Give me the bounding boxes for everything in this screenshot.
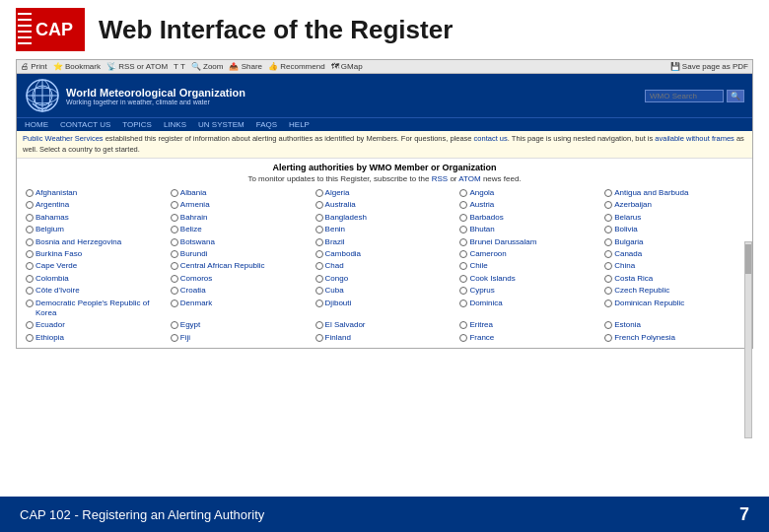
radio-dot[interactable] bbox=[604, 275, 612, 283]
country-link[interactable]: Cuba bbox=[325, 286, 344, 296]
country-link[interactable]: Afghanistan bbox=[35, 188, 77, 198]
gmap-btn[interactable]: 🗺 GMap bbox=[331, 62, 363, 71]
country-link[interactable]: Djibouti bbox=[325, 299, 352, 308]
radio-dot[interactable] bbox=[315, 238, 323, 246]
radio-dot[interactable] bbox=[604, 334, 612, 342]
country-link[interactable]: Dominican Republic bbox=[614, 299, 684, 308]
radio-dot[interactable] bbox=[459, 238, 467, 246]
country-link[interactable]: Azerbaijan bbox=[614, 200, 652, 210]
country-link[interactable]: Bulgaria bbox=[614, 237, 643, 247]
wmo-search-button[interactable]: 🔍 bbox=[727, 90, 744, 102]
country-link[interactable]: Cyprus bbox=[469, 286, 494, 296]
radio-dot[interactable] bbox=[459, 299, 467, 307]
country-link[interactable]: Costa Rica bbox=[614, 274, 653, 284]
radio-dot[interactable] bbox=[171, 189, 178, 197]
scrollbar[interactable] bbox=[744, 241, 752, 438]
nav-contact[interactable]: CONTACT US bbox=[60, 120, 110, 129]
radio-dot[interactable] bbox=[26, 275, 34, 283]
country-link[interactable]: Burkina Faso bbox=[35, 249, 82, 259]
radio-dot[interactable] bbox=[459, 226, 467, 233]
country-link[interactable]: Chile bbox=[469, 261, 487, 271]
country-link[interactable]: Cameroon bbox=[469, 249, 506, 259]
country-link[interactable]: Algeria bbox=[325, 188, 350, 198]
nav-unsystem[interactable]: UN SYSTEM bbox=[198, 120, 245, 129]
zoom-btn[interactable]: 🔍 Zoom bbox=[191, 62, 224, 71]
country-link[interactable]: Egypt bbox=[180, 320, 200, 330]
nav-help[interactable]: HELP bbox=[289, 120, 310, 129]
country-link[interactable]: Bahrain bbox=[180, 213, 208, 223]
radio-dot[interactable] bbox=[26, 321, 34, 329]
radio-dot[interactable] bbox=[459, 189, 467, 197]
text-size-btn[interactable]: T T bbox=[174, 62, 185, 71]
radio-dot[interactable] bbox=[171, 287, 178, 295]
radio-dot[interactable] bbox=[604, 262, 612, 270]
country-link[interactable]: Antigua and Barbuda bbox=[614, 188, 688, 198]
country-link[interactable]: Croatia bbox=[180, 286, 206, 296]
country-link[interactable]: Belize bbox=[180, 225, 202, 234]
country-link[interactable]: Ethiopia bbox=[35, 333, 64, 343]
country-link[interactable]: Congo bbox=[325, 274, 349, 284]
radio-dot[interactable] bbox=[315, 250, 323, 258]
country-link[interactable]: Angola bbox=[469, 188, 494, 198]
radio-dot[interactable] bbox=[604, 189, 612, 197]
country-link[interactable]: Cook Islands bbox=[469, 274, 515, 284]
radio-dot[interactable] bbox=[26, 226, 34, 233]
print-btn[interactable]: 🖨 Print bbox=[21, 62, 47, 71]
recommend-btn[interactable]: 👍 Recommend bbox=[268, 62, 325, 71]
wmo-search-input[interactable] bbox=[645, 90, 724, 102]
country-link[interactable]: Côte d'Ivoire bbox=[35, 286, 80, 296]
rss-link[interactable]: RSS bbox=[432, 174, 448, 183]
country-link[interactable]: Belarus bbox=[614, 213, 641, 223]
radio-dot[interactable] bbox=[171, 262, 178, 270]
radio-dot[interactable] bbox=[315, 275, 323, 283]
country-link[interactable]: Central African Republic bbox=[180, 261, 265, 271]
radio-dot[interactable] bbox=[459, 287, 467, 295]
radio-dot[interactable] bbox=[26, 299, 34, 307]
radio-dot[interactable] bbox=[604, 250, 612, 258]
radio-dot[interactable] bbox=[459, 334, 467, 342]
country-link[interactable]: Benin bbox=[325, 225, 345, 234]
nav-faqs[interactable]: FAQs bbox=[256, 120, 277, 129]
country-link[interactable]: Australia bbox=[325, 200, 356, 210]
country-link[interactable]: Burundi bbox=[180, 249, 208, 259]
country-link[interactable]: Cambodia bbox=[325, 249, 361, 259]
country-link[interactable]: Cape Verde bbox=[35, 261, 77, 271]
radio-dot[interactable] bbox=[604, 287, 612, 295]
radio-dot[interactable] bbox=[604, 201, 612, 209]
country-link[interactable]: Bahamas bbox=[35, 213, 69, 223]
radio-dot[interactable] bbox=[604, 238, 612, 246]
radio-dot[interactable] bbox=[315, 287, 323, 295]
radio-dot[interactable] bbox=[26, 334, 34, 342]
country-link[interactable]: Finland bbox=[325, 333, 351, 343]
radio-dot[interactable] bbox=[604, 226, 612, 233]
radio-dot[interactable] bbox=[171, 250, 178, 258]
radio-dot[interactable] bbox=[26, 238, 34, 246]
country-link[interactable]: Democratic People's Republic of Korea bbox=[35, 299, 165, 319]
radio-dot[interactable] bbox=[26, 201, 34, 209]
radio-dot[interactable] bbox=[171, 299, 178, 307]
radio-dot[interactable] bbox=[171, 201, 178, 209]
country-link[interactable]: French Polynesia bbox=[614, 333, 675, 343]
radio-dot[interactable] bbox=[459, 321, 467, 329]
radio-dot[interactable] bbox=[604, 321, 612, 329]
country-link[interactable]: Argentina bbox=[35, 200, 69, 210]
country-link[interactable]: Denmark bbox=[180, 299, 212, 308]
public-weather-link[interactable]: Public Weather Services bbox=[23, 134, 104, 143]
no-frames-link[interactable]: available without frames bbox=[655, 134, 734, 143]
radio-dot[interactable] bbox=[26, 287, 34, 295]
country-link[interactable]: Brazil bbox=[325, 237, 345, 247]
radio-dot[interactable] bbox=[171, 334, 178, 342]
country-link[interactable]: Czech Republic bbox=[614, 286, 669, 296]
country-link[interactable]: Botswana bbox=[180, 237, 215, 247]
radio-dot[interactable] bbox=[459, 201, 467, 209]
radio-dot[interactable] bbox=[171, 275, 178, 283]
country-link[interactable]: Fiji bbox=[180, 333, 190, 343]
country-link[interactable]: El Salvador bbox=[325, 320, 366, 330]
country-link[interactable]: Brunei Darussalam bbox=[469, 237, 536, 247]
country-link[interactable]: Bangladesh bbox=[325, 213, 367, 223]
rss-btn[interactable]: 📡 RSS or ATOM bbox=[106, 62, 168, 71]
country-link[interactable]: Bhutan bbox=[469, 225, 494, 234]
radio-dot[interactable] bbox=[171, 226, 178, 233]
radio-dot[interactable] bbox=[315, 299, 323, 307]
country-link[interactable]: Canada bbox=[614, 249, 642, 259]
